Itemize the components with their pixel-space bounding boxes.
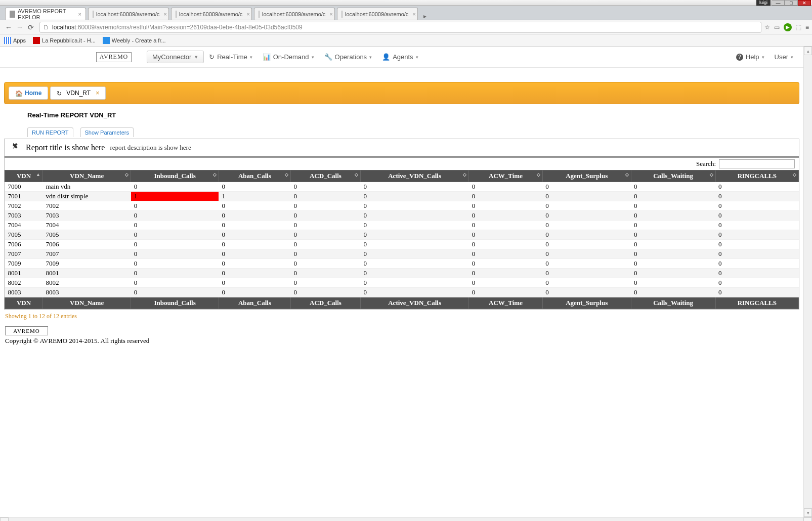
window-close-button[interactable]: ✕ [798,0,811,6]
sort-icon: ◇ [213,172,217,177]
browser-tab-title: AVREMO REPORT EXPLOR [18,8,74,20]
col-header[interactable]: VDN_Name◇ [42,170,131,182]
tab-close-icon[interactable]: × [246,11,249,17]
caret-down-icon: ▾ [312,55,314,60]
cast-icon[interactable]: ▭ [774,24,780,31]
table-cell: 0 [715,240,798,249]
reload-button[interactable]: ⟳ [25,22,36,33]
menu-label: Operations [335,53,367,61]
col-header[interactable]: ACD_Calls◇ [290,170,360,182]
connector-dropdown[interactable]: MyConnector▼ [147,51,204,63]
col-header[interactable]: Active_VDN_Calls◇ [360,170,468,182]
search-input[interactable] [719,159,795,168]
report-head-small: report description is show here [110,144,191,152]
tab-close-icon[interactable]: × [78,11,81,17]
table-cell: 0 [542,201,631,211]
address-bar[interactable]: 🗋 localhost:60009/avremo/cms/restful/Mai… [39,22,761,33]
col-header[interactable]: RINGCALLS◇ [715,170,798,182]
scroll-left-icon[interactable]: ◂ [0,517,9,521]
table-cell: 0 [290,278,360,288]
scroll-up-icon[interactable]: ▴ [804,47,812,55]
table-row[interactable]: 8003800300000000 [5,288,799,297]
table-row[interactable]: 7001vdn distr simple11000000 [5,192,799,201]
table-cell: 0 [131,249,219,259]
back-button[interactable]: ← [3,22,14,33]
tab-close-icon[interactable]: × [96,90,99,97]
browser-tab[interactable]: localhost:60009/avremo/c × [171,8,252,20]
table-row[interactable]: 7007700700000000 [5,249,799,259]
table-cell: 0 [542,249,631,259]
scroll-down-icon[interactable]: ▾ [804,508,812,517]
forward-button[interactable]: → [14,22,25,33]
table-cell: 0 [631,278,715,288]
table-cell: 0 [290,259,360,269]
extension-icon[interactable]: ⬚ [796,24,801,31]
table-row[interactable]: 7000main vdn00000000 [5,182,799,192]
bookmark-weebly[interactable]: Weebly - Create a fr... [103,37,166,44]
app-logo: AVREMO [96,52,132,62]
menu-user[interactable]: User ▾ [770,51,798,63]
browser-tab[interactable]: localhost:60009/avremo/c × [254,8,335,20]
menu-realtime[interactable]: ↻ Real-Time ▾ [204,51,257,63]
col-header[interactable]: Aban_Calls◇ [219,170,290,182]
table-cell: 0 [469,221,543,230]
iefix-icon[interactable]: ▶ [784,23,792,31]
report-table: VDN▲VDN_Name◇Inbound_Calls◇Aban_Calls◇AC… [5,170,799,309]
bookmark-repubblica[interactable]: La Repubblica.it - H... [33,37,96,44]
col-header[interactable]: Inbound_Calls◇ [131,170,219,182]
table-cell: 0 [715,249,798,259]
tab-label: Home [25,90,41,97]
browser-tab[interactable]: AVREMO REPORT EXPLOR × [5,8,86,20]
table-row[interactable]: 8001800100000000 [5,269,799,278]
table-row[interactable]: 7002700200000000 [5,201,799,211]
table-row[interactable]: 7004700400000000 [5,221,799,230]
table-row[interactable]: 7005700500000000 [5,230,799,240]
table-cell: 0 [360,221,468,230]
bookmark-apps[interactable]: Apps [4,37,26,44]
tab-close-icon[interactable]: × [412,11,415,17]
window-maximize-button[interactable]: □ [785,0,798,6]
tab-close-icon[interactable]: × [329,11,332,17]
vertical-scrollbar[interactable]: ▴ ▾ [803,47,812,517]
browser-tab[interactable]: localhost:60009/avremo/c × [337,8,418,20]
table-cell: 7004 [5,221,43,230]
menu-operations[interactable]: 🔧 Operations ▾ [319,51,377,63]
tab-vdn-rt[interactable]: ↻ VDN_RT × [50,86,106,100]
menu-agents[interactable]: 👤 Agents ▾ [377,51,423,63]
menu-help[interactable]: ? Help ▾ [731,51,770,63]
table-cell: 0 [715,211,798,221]
sort-icon: ◇ [125,172,129,177]
col-header[interactable]: Agent_Surplus◇ [542,170,631,182]
url-path: :60009/avremo/cms/restful/Main?session=2… [76,24,302,31]
bookmark-label: Apps [13,37,26,44]
table-cell: 7002 [42,201,131,211]
new-tab-button[interactable]: ▸ [420,13,430,20]
show-parameters-button[interactable]: Show Parameters [80,127,134,137]
table-row[interactable]: 7006700600000000 [5,240,799,249]
col-footer: ACW_Time [469,297,543,309]
scroll-right-icon[interactable]: ▸ [803,517,812,521]
table-cell: 0 [360,288,468,297]
table-cell: 0 [631,211,715,221]
table-row[interactable]: 7009700900000000 [5,259,799,269]
bookmark-star-icon[interactable]: ☆ [764,24,770,31]
horizontal-scrollbar[interactable]: ◂ ▸ [0,517,812,521]
table-cell: 7006 [42,240,131,249]
col-header[interactable]: Calls_Waiting◇ [631,170,715,182]
menu-icon[interactable]: ≡ [805,24,809,31]
table-row[interactable]: 8002800200000000 [5,278,799,288]
tab-home[interactable]: 🏠 Home [9,86,48,100]
table-cell: 0 [131,288,219,297]
bookmark-label: La Repubblica.it - H... [42,37,96,44]
browser-tab[interactable]: localhost:60009/avremo/c × [88,8,169,20]
menu-ondemand[interactable]: 📊 On-Demand ▾ [258,51,319,63]
table-row[interactable]: 7003700300000000 [5,211,799,221]
col-header[interactable]: VDN▲ [5,170,43,182]
tab-close-icon[interactable]: × [163,11,166,17]
table-cell: 8001 [42,269,131,278]
col-header[interactable]: ACW_Time◇ [469,170,543,182]
run-report-button[interactable]: RUN REPORT [27,127,73,137]
sort-icon: ◇ [355,172,358,177]
window-minimize-button[interactable]: — [772,0,785,6]
favicon-icon [259,11,260,18]
